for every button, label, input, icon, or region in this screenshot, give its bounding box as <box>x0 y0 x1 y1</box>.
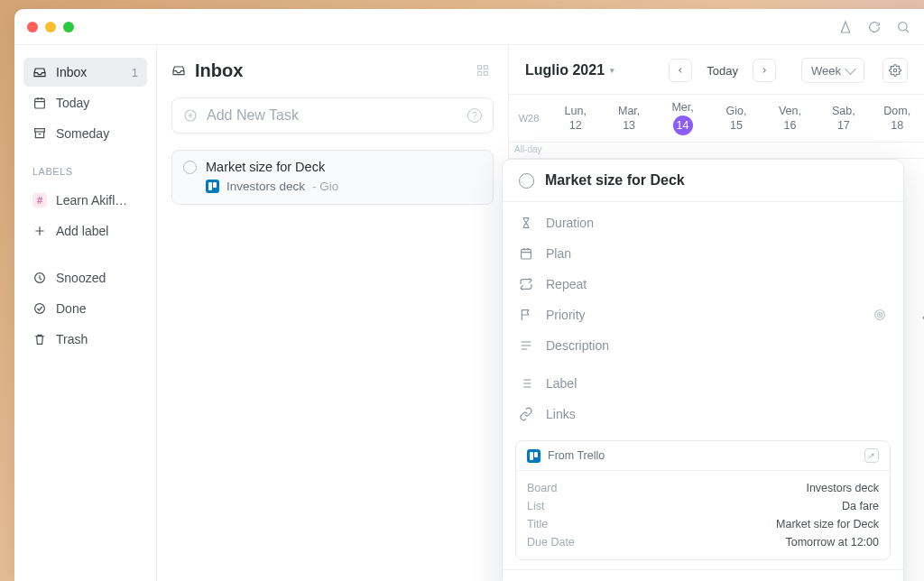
sync-icon[interactable] <box>866 19 882 35</box>
window-traffic-lights <box>27 22 74 32</box>
detail-header: Market size for Deck <box>503 160 903 202</box>
detail-description-row[interactable]: Description <box>503 330 903 361</box>
target-icon <box>873 308 887 322</box>
task-checkbox[interactable] <box>183 161 197 174</box>
sidebar-item-label: Someday <box>56 126 109 141</box>
svg-rect-11 <box>522 249 531 259</box>
hash-icon: # <box>32 193 47 208</box>
plus-icon <box>32 224 47 238</box>
sidebar-item-today[interactable]: Today <box>23 88 147 117</box>
text-icon <box>519 338 533 353</box>
svg-point-4 <box>35 304 45 314</box>
main-header: Inbox <box>171 60 494 81</box>
help-icon[interactable]: ? <box>467 108 482 123</box>
app-window: Inbox 1 Today Someday LABELS # Learn Aki… <box>14 9 924 581</box>
sidebar-item-label: Today <box>56 96 89 110</box>
repeat-icon <box>519 277 533 291</box>
svg-point-10 <box>893 69 897 72</box>
maximize-window-button[interactable] <box>63 22 74 32</box>
app-logo-icon[interactable] <box>837 19 854 35</box>
day-header-mon[interactable]: Lun,12 <box>549 95 602 142</box>
trash-icon <box>32 332 47 346</box>
sidebar-label-learn-akiflow[interactable]: # Learn Akifl… <box>23 186 147 215</box>
day-header-thu[interactable]: Gio,15 <box>709 95 762 142</box>
calendar-today-icon <box>32 96 47 110</box>
sidebar: Inbox 1 Today Someday LABELS # Learn Aki… <box>14 45 157 581</box>
day-header-tue[interactable]: Mar,13 <box>602 95 655 142</box>
inbox-icon <box>171 63 186 78</box>
view-range-label: Week <box>811 64 841 78</box>
day-header-sun[interactable]: Dom,18 <box>871 95 924 142</box>
calendar-grid[interactable]: ••• Market size for Deck Duration <box>509 159 924 581</box>
page-title: Inbox <box>195 60 243 81</box>
prev-week-button[interactable] <box>669 59 692 82</box>
calendar-month-dropdown[interactable]: Luglio 2021 <box>525 62 614 78</box>
detail-checkbox[interactable] <box>519 173 534 189</box>
svg-point-12 <box>875 310 885 320</box>
calendar-panel: Luglio 2021 Today Week W28 Lun,12 Mar,13… <box>509 45 924 581</box>
day-header-sat[interactable]: Sab,17 <box>817 95 870 142</box>
detail-priority-row[interactable]: Priority <box>503 300 903 330</box>
today-button[interactable]: Today <box>696 59 749 82</box>
minimize-window-button[interactable] <box>45 22 56 32</box>
close-window-button[interactable] <box>27 22 38 32</box>
clock-icon <box>32 271 47 285</box>
add-label-button[interactable]: Add label <box>23 217 147 245</box>
add-new-task-input[interactable]: Add New Task ? <box>171 97 494 134</box>
trello-integration-block: From Trello ↗ BoardInvestors deck ListDa… <box>515 440 891 560</box>
row-label: Priority <box>546 308 586 322</box>
trello-block-header[interactable]: From Trello ↗ <box>516 441 890 471</box>
row-label: Plan <box>546 246 571 261</box>
row-label: Label <box>546 376 577 391</box>
detail-label-row[interactable]: Label <box>503 368 903 399</box>
svg-rect-6 <box>484 66 487 69</box>
plus-circle-icon <box>183 108 198 123</box>
inbox-icon <box>32 65 47 79</box>
main-content: Inbox Add New Task ? Market size for Dec… <box>157 45 509 581</box>
sidebar-item-trash[interactable]: Trash <box>23 325 147 354</box>
task-card[interactable]: Market size for Deck Investors deck - Gi… <box>171 150 494 205</box>
calendar-days-header: W28 Lun,12 Mar,13 Mer,14 Gio,15 Ven,16 S… <box>509 94 924 143</box>
next-week-button[interactable] <box>753 59 776 82</box>
detail-duration-row[interactable]: Duration <box>503 208 903 238</box>
row-label: Links <box>546 407 576 421</box>
sidebar-item-snoozed[interactable]: Snoozed <box>23 263 147 292</box>
sidebar-item-label: Trash <box>56 332 88 346</box>
search-icon[interactable] <box>895 19 911 35</box>
trello-kv-list: ListDa fare <box>527 497 879 515</box>
row-label: Duration <box>546 216 594 230</box>
open-external-icon[interactable]: ↗ <box>864 448 879 463</box>
trello-heading-text: From Trello <box>548 449 605 462</box>
detail-footer: Created Today at 10:05 <box>503 569 903 581</box>
detail-repeat-row[interactable]: Repeat <box>503 269 903 300</box>
svg-rect-5 <box>478 66 482 69</box>
hourglass-icon <box>519 216 533 230</box>
sidebar-item-inbox[interactable]: Inbox 1 <box>23 58 147 87</box>
trello-icon <box>527 449 541 463</box>
detail-plan-row[interactable]: Plan <box>503 238 903 269</box>
day-header-fri[interactable]: Ven,16 <box>763 95 817 142</box>
list-icon <box>519 376 533 391</box>
view-range-dropdown[interactable]: Week <box>801 58 864 83</box>
trello-kv-title: TitleMarket size for Deck <box>527 515 879 533</box>
week-number: W28 <box>509 95 549 142</box>
check-circle-icon <box>32 301 47 316</box>
sidebar-label-text: Learn Akifl… <box>56 193 127 208</box>
sidebar-item-done[interactable]: Done <box>23 294 147 323</box>
flag-icon <box>519 308 533 322</box>
sidebar-item-someday[interactable]: Someday <box>23 119 147 148</box>
calendar-settings-button[interactable] <box>882 58 908 83</box>
day-header-wed[interactable]: Mer,14 <box>656 95 709 142</box>
sidebar-item-label: Inbox <box>56 65 87 79</box>
link-icon <box>519 407 533 421</box>
svg-point-0 <box>899 22 907 30</box>
trello-icon <box>206 180 219 193</box>
labels-heading: LABELS <box>23 150 147 184</box>
svg-point-13 <box>877 312 882 317</box>
trello-kv-due-date: Due DateTomorrow at 12:00 <box>527 533 879 551</box>
svg-rect-1 <box>35 98 45 108</box>
grid-view-icon[interactable] <box>472 60 494 81</box>
detail-links-row[interactable]: Links <box>503 399 903 429</box>
task-assignee: - Gio <box>312 180 338 193</box>
trello-kv-board: BoardInvestors deck <box>527 479 879 497</box>
